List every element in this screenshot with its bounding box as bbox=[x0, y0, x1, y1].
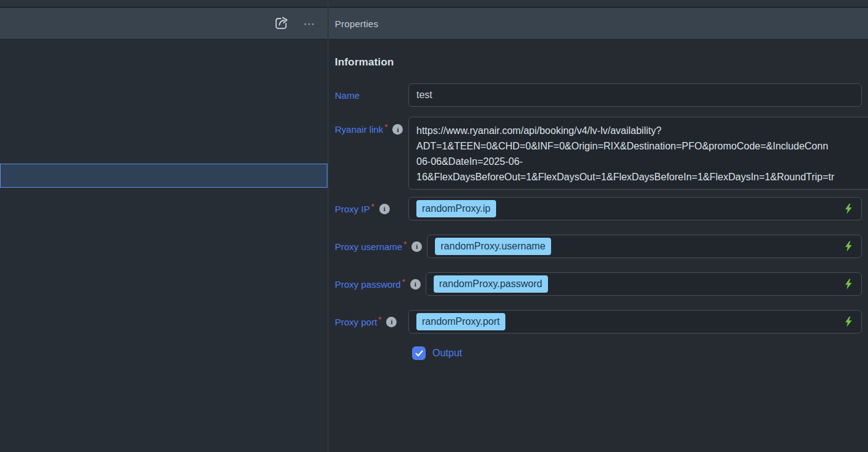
url-line: 16&FlexDaysBeforeOut=1&FlexDaysOut=1&Fle… bbox=[416, 169, 868, 185]
proxy-ip-input[interactable]: randomProxy.ip bbox=[408, 197, 862, 220]
ryanair-link-textarea[interactable]: https://www.ryanair.com/api/booking/v4/l… bbox=[408, 117, 868, 190]
info-icon[interactable]: i bbox=[379, 204, 390, 214]
required-asterisk: * bbox=[371, 202, 374, 211]
output-label: Output bbox=[432, 348, 462, 359]
canvas-toolbar: ⋯ bbox=[0, 8, 328, 39]
field-row-ryanair-link: Ryanair link * i https://www.ryanair.com… bbox=[335, 117, 862, 190]
checkmark-icon bbox=[415, 350, 423, 357]
main-body: Information Name test Ryan bbox=[0, 40, 868, 452]
proxy-port-token[interactable]: randomProxy.port bbox=[416, 313, 505, 330]
title-strip bbox=[0, 0, 868, 7]
required-asterisk: * bbox=[384, 122, 387, 132]
dynamic-value-bolt-icon[interactable] bbox=[845, 204, 853, 214]
properties-header: Properties bbox=[328, 8, 868, 39]
proxy-ip-label: Proxy IP bbox=[335, 204, 370, 214]
field-row-name: Name test bbox=[335, 83, 862, 107]
dynamic-value-bolt-icon[interactable] bbox=[845, 317, 853, 327]
dynamic-value-bolt-icon[interactable] bbox=[845, 241, 853, 252]
field-row-proxy-username: Proxy username * i randomProxy.username bbox=[335, 235, 862, 258]
proxy-username-token[interactable]: randomProxy.username bbox=[435, 238, 551, 255]
url-line: 06-06&DateIn=2025-06- bbox=[416, 154, 868, 169]
proxy-ip-token[interactable]: randomProxy.ip bbox=[416, 200, 496, 217]
field-row-proxy-port: Proxy port * i randomProxy.port bbox=[335, 310, 862, 333]
required-asterisk: * bbox=[403, 240, 407, 249]
name-value: test bbox=[416, 90, 432, 101]
info-icon[interactable]: i bbox=[411, 241, 422, 252]
section-title: Information bbox=[335, 56, 862, 69]
output-row: Output bbox=[412, 346, 862, 360]
app-window: ⋯ Properties Information Name test bbox=[0, 0, 868, 452]
share-icon bbox=[272, 14, 291, 33]
url-line: https://www.ryanair.com/api/booking/v4/l… bbox=[416, 123, 868, 138]
proxy-username-input[interactable]: randomProxy.username bbox=[427, 235, 862, 258]
info-icon[interactable]: i bbox=[386, 317, 397, 327]
proxy-port-label: Proxy port bbox=[335, 317, 377, 327]
properties-panel: Information Name test Ryan bbox=[328, 40, 868, 452]
proxy-username-label: Proxy username bbox=[335, 241, 402, 252]
proxy-password-token[interactable]: randomProxy.password bbox=[434, 275, 548, 293]
properties-panel-title: Properties bbox=[335, 19, 378, 29]
dynamic-value-bolt-icon[interactable] bbox=[845, 279, 853, 290]
required-asterisk: * bbox=[402, 277, 405, 287]
ryanair-link-label: Ryanair link bbox=[335, 124, 383, 135]
panel-splitter[interactable] bbox=[327, 0, 329, 452]
field-row-proxy-password: Proxy password * i randomProxy.password bbox=[335, 272, 862, 296]
toolbar: ⋯ Properties bbox=[0, 8, 868, 40]
field-row-proxy-ip: Proxy IP * i randomProxy.ip bbox=[335, 197, 862, 220]
more-options-button[interactable]: ⋯ bbox=[302, 17, 317, 31]
selected-node[interactable] bbox=[0, 164, 327, 188]
info-icon[interactable]: i bbox=[392, 124, 403, 135]
proxy-password-label: Proxy password bbox=[335, 279, 401, 290]
name-label: Name bbox=[335, 90, 360, 101]
name-input[interactable]: test bbox=[408, 83, 862, 107]
info-icon[interactable]: i bbox=[410, 279, 421, 290]
ellipsis-icon: ⋯ bbox=[303, 18, 316, 30]
required-asterisk: * bbox=[378, 315, 381, 324]
share-button[interactable] bbox=[271, 13, 292, 34]
canvas-panel bbox=[0, 40, 328, 452]
properties-form: Name test Ryanair link * i bbox=[335, 83, 862, 360]
proxy-port-input[interactable]: randomProxy.port bbox=[408, 310, 862, 333]
output-checkbox[interactable] bbox=[412, 346, 426, 360]
url-line: ADT=1&TEEN=0&CHD=0&INF=0&Origin=RIX&Dest… bbox=[416, 138, 868, 154]
proxy-password-input[interactable]: randomProxy.password bbox=[426, 272, 862, 296]
